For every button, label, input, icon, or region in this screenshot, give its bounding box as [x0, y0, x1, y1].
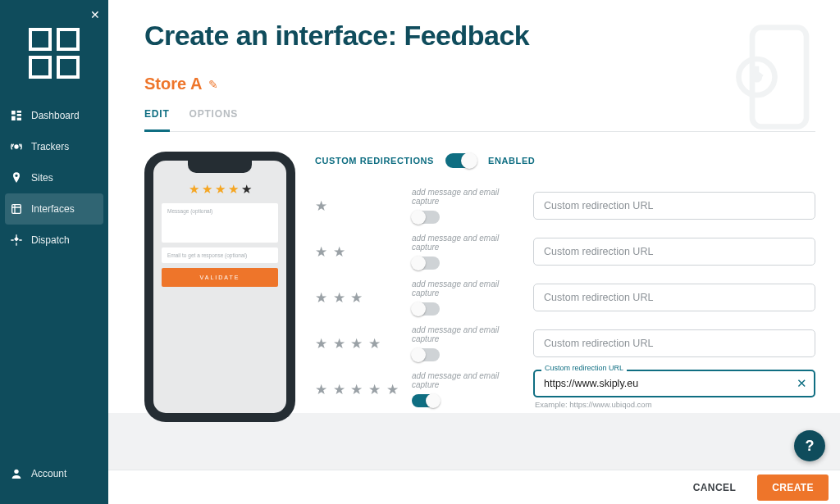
url-floating-label: Custom redirection URL	[541, 364, 627, 372]
redirect-url-input-1[interactable]	[533, 192, 815, 220]
svg-rect-3	[11, 116, 16, 120]
capture-toggle-1[interactable]	[412, 211, 440, 224]
svg-rect-1	[17, 111, 21, 113]
url-example-text: Example: https://www.ubiqod.com	[535, 400, 815, 409]
main-content: Create an interface: Feedback Store A ✎ …	[108, 0, 840, 470]
phone-preview: ★★★★★ Message (optional) Email to get a …	[144, 150, 295, 422]
sidebar-item-account[interactable]: Account	[0, 458, 108, 489]
star-icon: ★	[315, 198, 405, 215]
create-button[interactable]: CREATE	[757, 474, 829, 501]
redirect-url-input-2[interactable]	[533, 238, 815, 266]
cancel-button[interactable]: CANCEL	[678, 474, 751, 501]
device-illustration	[725, 20, 815, 134]
preview-stars: ★★★★★	[162, 182, 278, 197]
custom-redirections-label: CUSTOM REDIRECTIONS	[315, 156, 434, 166]
clear-input-icon[interactable]: ✕	[797, 376, 807, 391]
sidebar: ✕ Dashboard Trackers Sites Interfaces Di…	[0, 0, 108, 504]
svg-rect-2	[17, 114, 21, 116]
custom-redirections-toggle[interactable]	[445, 153, 477, 168]
svg-point-7	[14, 470, 18, 474]
capture-toggle-5[interactable]	[412, 394, 440, 407]
capture-hint: add message and email capture	[412, 279, 527, 297]
tabs: EDIT OPTIONS	[144, 98, 815, 132]
sites-icon	[10, 171, 23, 184]
page-title: Create an interface: Feedback	[144, 20, 815, 52]
capture-toggle-2[interactable]	[412, 257, 440, 270]
capture-hint: add message and email capture	[412, 188, 527, 206]
tab-options[interactable]: OPTIONS	[189, 98, 239, 131]
svg-rect-0	[11, 111, 16, 115]
rating-row-1: ★ add message and email capture	[315, 183, 815, 229]
capture-hint: add message and email capture	[412, 371, 527, 389]
pencil-icon[interactable]: ✎	[208, 78, 218, 91]
sidebar-item-label: Interfaces	[31, 203, 75, 215]
rating-row-5: ★ ★ ★ ★ ★ add message and email capture …	[315, 366, 815, 412]
capture-toggle-4[interactable]	[412, 348, 440, 361]
sidebar-item-interfaces[interactable]: Interfaces	[5, 193, 103, 225]
svg-point-10	[751, 71, 762, 82]
rating-row-4: ★ ★ ★ ★ add message and email capture	[315, 320, 815, 366]
close-icon[interactable]: ✕	[90, 8, 100, 21]
config-panel: CUSTOM REDIRECTIONS ENABLED ★ add messag…	[315, 150, 815, 422]
trackers-icon	[10, 140, 23, 153]
sidebar-item-label: Sites	[31, 172, 53, 184]
app-logo[interactable]	[29, 28, 80, 79]
account-icon	[10, 467, 23, 480]
redirect-url-input-3[interactable]	[533, 284, 815, 311]
sidebar-item-dashboard[interactable]: Dashboard	[0, 100, 108, 131]
store-name: Store A	[144, 75, 202, 93]
preview-message-field: Message (optional)	[162, 203, 278, 243]
star-icon: ★ ★ ★ ★	[315, 335, 405, 352]
help-button[interactable]: ?	[794, 430, 825, 461]
sidebar-item-trackers[interactable]: Trackers	[0, 131, 108, 162]
star-icon: ★ ★ ★ ★ ★	[315, 381, 405, 398]
preview-email-field: Email to get a response (optional)	[162, 247, 278, 263]
svg-rect-4	[17, 118, 21, 120]
capture-toggle-3[interactable]	[412, 302, 440, 316]
redirect-url-input-5[interactable]	[533, 370, 815, 397]
sidebar-item-label: Account	[31, 468, 66, 479]
interfaces-icon	[10, 202, 23, 216]
footer-bar: CANCEL CREATE	[108, 470, 840, 504]
svg-point-5	[15, 145, 18, 148]
rating-row-2: ★ ★ add message and email capture	[315, 229, 815, 275]
breadcrumb: Store A ✎	[144, 75, 815, 93]
sidebar-item-label: Trackers	[31, 141, 69, 152]
capture-hint: add message and email capture	[412, 325, 527, 343]
tab-edit[interactable]: EDIT	[144, 98, 170, 132]
enabled-label: ENABLED	[488, 156, 535, 166]
dispatch-icon	[10, 234, 23, 247]
star-icon: ★ ★ ★	[315, 289, 405, 306]
preview-validate-button: VALIDATE	[162, 268, 278, 287]
svg-rect-6	[12, 205, 21, 214]
redirect-url-input-4[interactable]	[533, 329, 815, 357]
rating-rows: ★ add message and email capture ★ ★ add …	[315, 183, 815, 412]
star-icon: ★ ★	[315, 243, 405, 261]
dashboard-icon	[10, 109, 23, 122]
sidebar-item-label: Dashboard	[31, 110, 80, 121]
capture-hint: add message and email capture	[412, 234, 527, 252]
sidebar-item-dispatch[interactable]: Dispatch	[0, 225, 108, 256]
rating-row-3: ★ ★ ★ add message and email capture	[315, 275, 815, 320]
sidebar-item-sites[interactable]: Sites	[0, 162, 108, 193]
sidebar-item-label: Dispatch	[31, 234, 70, 246]
